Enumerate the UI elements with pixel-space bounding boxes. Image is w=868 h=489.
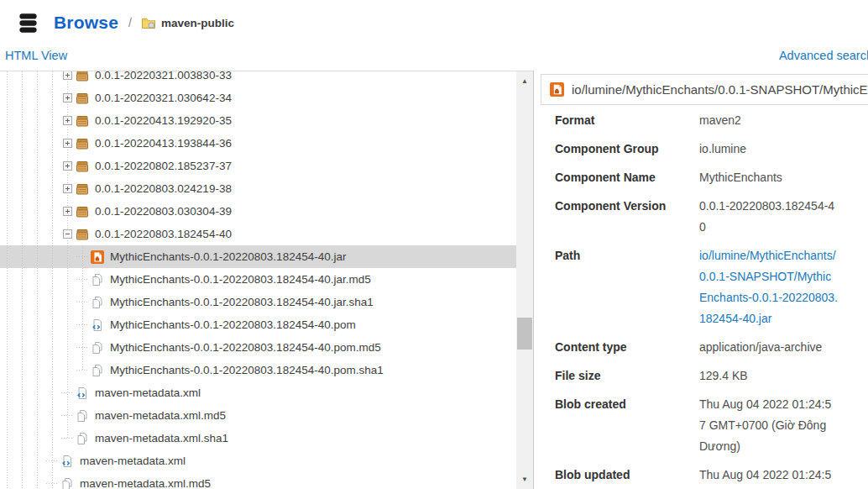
tree-row[interactable]: 0.0.1-20220803.030304-39 <box>0 200 516 223</box>
detail-label: Component Group <box>555 139 699 160</box>
scroll-up-arrow[interactable]: ▲ <box>516 77 533 85</box>
detail-label: Format <box>555 110 699 131</box>
expand-icon[interactable] <box>63 139 72 148</box>
tree-scrollbar[interactable]: ▲ ▼ <box>516 71 533 489</box>
tree-node-label: MythicEnchants-0.0.1-20220803.182454-40.… <box>108 273 371 286</box>
asset-detail-panel: io/lumine/MythicEnchants/0.0.1-SNAPSHOT/… <box>541 74 868 489</box>
tree-row[interactable]: 0.0.1-20220803.182454-40 <box>0 223 516 245</box>
folder-icon <box>76 92 89 105</box>
folder-icon <box>76 182 89 196</box>
tree-elbow <box>76 245 91 268</box>
tree-elbow <box>60 381 76 404</box>
tree-node-label: 0.0.1-20220803.030304-39 <box>93 205 232 218</box>
scrollbar-thumb[interactable] <box>517 318 532 350</box>
repository-folder-icon <box>141 17 156 30</box>
tree-elbow <box>76 313 91 336</box>
breadcrumb-separator: / <box>128 16 132 29</box>
detail-value: io.lumine <box>699 139 838 160</box>
tree-row[interactable]: maven-metadata.xml.md5 <box>0 472 516 489</box>
file-icon <box>91 341 104 355</box>
toolbar: HTML View Advanced search <box>0 45 868 71</box>
detail-label: Path <box>555 245 699 329</box>
tree-row[interactable]: 0.0.1-20220413.192920-35 <box>0 109 516 132</box>
expand-icon[interactable] <box>63 161 72 171</box>
file-icon <box>76 432 89 445</box>
file-icon <box>76 409 89 423</box>
tree-expander-cell <box>60 132 76 155</box>
tree-row[interactable]: MythicEnchants-0.0.1-20220803.182454-40.… <box>0 313 516 336</box>
tree-row[interactable]: 0.0.1-20220321.003830-33 <box>0 71 516 87</box>
scroll-down-arrow[interactable]: ▼ <box>516 476 533 483</box>
panel-splitter[interactable] <box>533 71 534 489</box>
detail-value-link[interactable]: io/lumine/MythicEnchants/0.0.1-SNAPSHOT/… <box>699 245 838 329</box>
tree-node-label: 0.0.1-20220413.192920-35 <box>93 114 232 127</box>
tree-row[interactable]: MythicEnchants-0.0.1-20220803.182454-40.… <box>0 336 516 359</box>
tree-row[interactable]: maven-metadata.xml <box>0 450 516 472</box>
tree-node-label: MythicEnchants-0.0.1-20220803.182454-40.… <box>108 318 356 331</box>
tree-node-label: 0.0.1-20220802.185237-37 <box>93 160 232 172</box>
detail-value: 129.4 KB <box>699 365 838 386</box>
tree-expander-cell <box>60 177 76 200</box>
expand-icon[interactable] <box>63 116 72 125</box>
breadcrumb-repository: maven-public <box>161 17 234 29</box>
tree-elbow <box>76 291 91 313</box>
tree-row[interactable]: maven-metadata.xml <box>0 381 516 404</box>
tree-row[interactable]: maven-metadata.xml.sha1 <box>0 427 516 450</box>
tree-row-selected[interactable]: MythicEnchants-0.0.1-20220803.182454-40.… <box>0 245 516 268</box>
file-icon <box>91 364 104 377</box>
tree-row[interactable]: 0.0.1-20220802.185237-37 <box>0 155 516 177</box>
folder-icon <box>76 114 89 128</box>
tree-row[interactable]: MythicEnchants-0.0.1-20220803.182454-40.… <box>0 291 516 313</box>
detail-label: Component Version <box>555 196 699 238</box>
page-title: Browse <box>54 13 118 33</box>
expand-icon[interactable] <box>63 93 72 103</box>
tree-node-label: maven-metadata.xml.md5 <box>93 409 226 422</box>
tree-expander-cell <box>60 87 76 109</box>
database-icon <box>17 12 39 34</box>
expand-icon[interactable] <box>63 184 72 193</box>
html-view-link[interactable]: HTML View <box>5 49 67 62</box>
folder-icon <box>76 71 89 82</box>
main-area: 0.0.1-20220321.003830-330.0.1-20220321.0… <box>0 71 868 489</box>
advanced-search-link[interactable]: Advanced search <box>779 49 868 62</box>
xml-icon <box>91 318 104 332</box>
file-icon <box>91 296 104 309</box>
tree-elbow <box>45 472 60 489</box>
tree-row[interactable]: 0.0.1-20220321.030642-34 <box>0 87 516 109</box>
tree-row[interactable]: MythicEnchants-0.0.1-20220803.182454-40.… <box>0 359 516 381</box>
tree-row[interactable]: MythicEnchants-0.0.1-20220803.182454-40.… <box>0 268 516 291</box>
tree-node-label: 0.0.1-20220321.030642-34 <box>93 92 232 104</box>
tree-node-label: maven-metadata.xml.md5 <box>78 477 211 489</box>
detail-row: Pathio/lumine/MythicEnchants/0.0.1-SNAPS… <box>555 245 868 329</box>
detail-row: Blob createdThu Aug 04 2022 01:24:57 GMT… <box>555 394 868 457</box>
jar-icon <box>550 82 564 97</box>
detail-label: Content type <box>555 337 699 358</box>
repository-tree-panel: 0.0.1-20220321.003830-330.0.1-20220321.0… <box>0 71 533 489</box>
tree-node-label: MythicEnchants-0.0.1-20220803.182454-40.… <box>108 250 346 263</box>
tree-row[interactable]: maven-metadata.xml.md5 <box>0 404 516 427</box>
folder-icon <box>76 205 89 218</box>
app-header: Browse / maven-public <box>0 0 868 45</box>
tree-expander-cell <box>60 200 76 223</box>
tree-node-label: 0.0.1-20220413.193844-36 <box>93 137 232 150</box>
detail-value: Thu Aug 04 2022 01:24:57 GMT+0700 (Giờ Đ… <box>699 394 838 457</box>
jar-icon <box>91 250 104 264</box>
detail-label: Blob updated <box>555 465 699 489</box>
detail-value: maven2 <box>699 110 838 131</box>
detail-row: Blob updatedThu Aug 04 2022 01:24:57 GMT… <box>555 465 868 489</box>
tree-row[interactable]: 0.0.1-20220803.024219-38 <box>0 177 516 200</box>
tree-expander-cell <box>60 71 76 87</box>
expand-icon[interactable] <box>63 207 72 216</box>
tree-node-label: 0.0.1-20220803.024219-38 <box>93 182 232 195</box>
detail-value: 0.0.1-20220803.182454-40 <box>699 196 838 238</box>
detail-row: Content typeapplication/java-archive <box>555 337 868 358</box>
tree-row[interactable]: 0.0.1-20220413.193844-36 <box>0 132 516 155</box>
collapse-icon[interactable] <box>63 229 72 239</box>
detail-label: File size <box>555 365 699 386</box>
xml-icon <box>76 386 89 400</box>
detail-label: Blob created <box>555 394 699 457</box>
tree-elbow <box>76 268 91 291</box>
expand-icon[interactable] <box>63 71 72 80</box>
tree-elbow <box>60 404 76 427</box>
tree-elbow <box>76 336 91 359</box>
